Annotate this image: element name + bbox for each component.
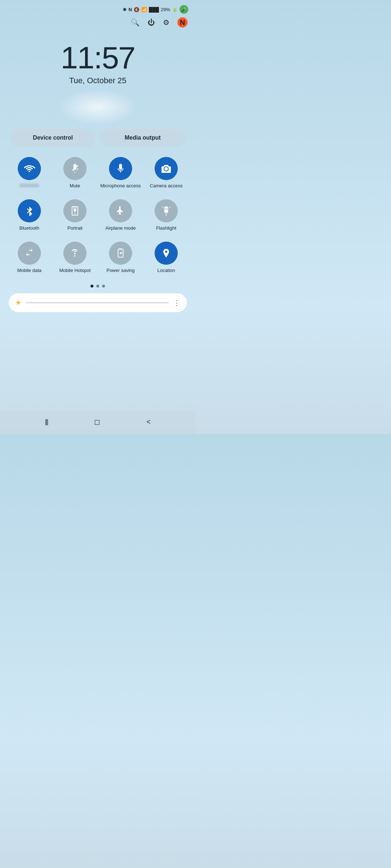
wifi-status-icon: 📶 (141, 7, 147, 12)
settings-icon[interactable]: ⚙ (163, 18, 169, 27)
brightness-bar[interactable]: ☀ ⋮ (9, 293, 187, 312)
tile-hotspot[interactable]: Mobile Hotspot (52, 237, 98, 280)
tile-microphone[interactable]: Microphone access (98, 153, 143, 195)
portrait-tile-icon (63, 199, 87, 222)
portrait-tile-label: Portrait (67, 225, 83, 231)
mobiledata-tile-icon (18, 242, 41, 265)
microphone-tile-icon (109, 157, 132, 180)
clock-time: 11:57 (0, 42, 196, 73)
svg-line-5 (169, 207, 170, 208)
tile-airplane[interactable]: Airplane mode (98, 195, 143, 237)
mic-active-badge: 🎤 (180, 5, 188, 14)
flashlight-tile-label: Flashlight (156, 225, 176, 231)
power-icon[interactable]: ⏻ (148, 18, 155, 27)
mute-tile-label: Mute (70, 183, 80, 189)
wifi-tile-icon (18, 157, 41, 180)
tile-portrait[interactable]: Portrait (52, 195, 98, 237)
svg-rect-1 (73, 208, 77, 208)
mobiledata-tile-label: Mobile data (17, 268, 41, 274)
dot-3 (102, 285, 105, 288)
camera-tile-label: Camera access (150, 183, 182, 189)
status-icons: ✱ N 🔇 📶 ███ 29% 🔋 🎤 (123, 5, 188, 14)
powersaving-tile-label: Power saving (106, 268, 135, 274)
quick-buttons-row: Device control Media output (0, 129, 196, 147)
hotspot-tile-icon (63, 242, 87, 265)
notification-badge-label: N (180, 18, 185, 27)
battery-text: 29% (161, 7, 170, 12)
recents-button[interactable]: ||| (45, 418, 48, 426)
svg-line-4 (162, 207, 163, 208)
wifi-network-label (19, 184, 39, 187)
action-bar: 🔍 ⏻ ⚙ N (0, 16, 196, 31)
signal-status-icon: ███ (149, 7, 159, 12)
svg-rect-7 (119, 248, 122, 249)
notification-badge[interactable]: N (177, 17, 188, 27)
tile-camera[interactable]: Camera access (143, 153, 189, 195)
camera-tile-icon (155, 157, 178, 180)
tile-mobiledata[interactable]: Mobile data (7, 237, 52, 280)
brightness-slider[interactable] (26, 302, 169, 303)
airplane-tile-label: Airplane mode (105, 225, 136, 231)
bluetooth-tile-label: Bluetooth (20, 225, 39, 231)
tile-flashlight[interactable]: Flashlight (143, 195, 189, 237)
battery-icon: 🔋 (172, 7, 178, 12)
dot-2 (96, 285, 99, 288)
microphone-tile-label: Microphone access (100, 183, 141, 189)
svg-point-2 (75, 213, 76, 214)
glow-effect (58, 89, 138, 125)
bluetooth-tile-icon (18, 199, 41, 222)
tile-wifi[interactable] (7, 153, 52, 195)
back-button[interactable]: < (146, 418, 151, 426)
brightness-icon: ☀ (15, 298, 22, 307)
media-output-button[interactable]: Media output (100, 129, 185, 147)
powersaving-tile-icon (109, 242, 132, 265)
status-bar: ✱ N 🔇 📶 ███ 29% 🔋 🎤 (0, 0, 196, 16)
airplane-tile-icon (109, 199, 132, 222)
location-tile-icon (155, 242, 178, 265)
tile-powersaving[interactable]: Power saving (98, 237, 143, 280)
dot-1 (91, 285, 93, 288)
page-dots (0, 285, 196, 288)
search-icon[interactable]: 🔍 (131, 18, 140, 27)
clock-section: 11:57 Tue, October 25 (0, 31, 196, 89)
nfc-status-icon: N (129, 7, 132, 12)
device-control-button[interactable]: Device control (10, 129, 96, 147)
tile-bluetooth[interactable]: Bluetooth (7, 195, 52, 237)
tile-location[interactable]: Location (143, 237, 189, 280)
flashlight-tile-icon (155, 199, 178, 222)
clock-date: Tue, October 25 (0, 76, 196, 85)
mute-status-icon: 🔇 (134, 7, 139, 12)
tile-mute[interactable]: Mute (52, 153, 98, 195)
hotspot-tile-label: Mobile Hotspot (59, 268, 91, 274)
mute-tile-icon (63, 157, 87, 180)
home-button[interactable]: ◻ (94, 417, 100, 426)
quick-settings-grid: Mute Microphone access Camera access Blu… (0, 153, 196, 280)
brightness-more-icon[interactable]: ⋮ (173, 298, 180, 307)
navigation-bar: ||| ◻ < (0, 411, 196, 434)
bluetooth-status-icon: ✱ (123, 7, 127, 12)
location-tile-label: Location (157, 268, 175, 274)
